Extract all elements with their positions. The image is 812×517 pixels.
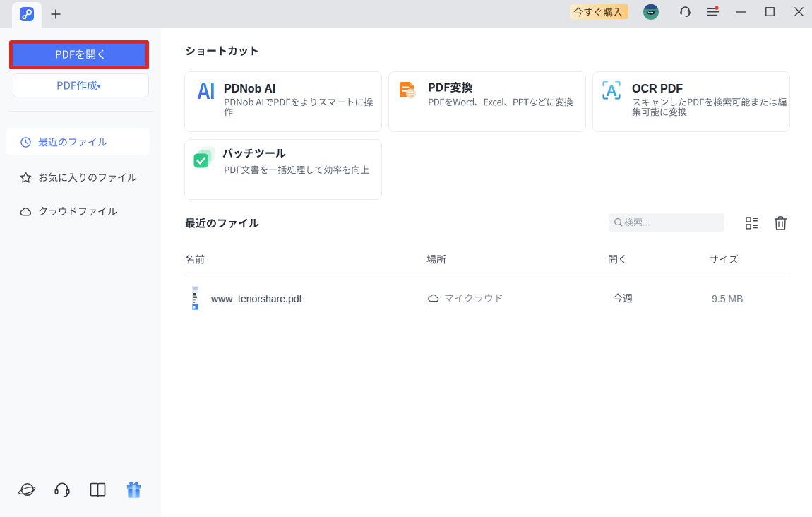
- svg-text:A: A: [606, 82, 617, 100]
